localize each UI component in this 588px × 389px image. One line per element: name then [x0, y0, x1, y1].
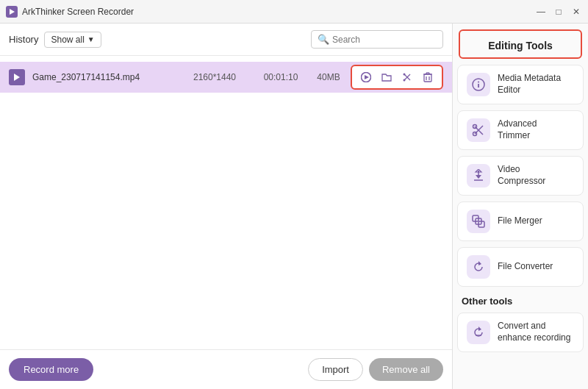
- search-box: 🔍: [311, 30, 443, 49]
- other-tools-header: Other tools: [453, 290, 588, 310]
- table-row[interactable]: Game_230717141154.mp4 2160*1440 00:01:10…: [0, 62, 452, 93]
- app-title: ArkThinker Screen Recorder: [22, 7, 134, 17]
- file-converter-label: File Converter: [498, 261, 553, 273]
- search-input[interactable]: [332, 35, 435, 45]
- trim-button[interactable]: [399, 69, 415, 85]
- tool-advanced-trimmer[interactable]: AdvancedTrimmer: [457, 110, 584, 150]
- tool-video-compressor[interactable]: VideoCompressor: [457, 156, 584, 196]
- svg-marker-1: [14, 74, 20, 81]
- history-label: History: [9, 34, 38, 45]
- video-compressor-icon: [467, 164, 490, 188]
- svg-rect-8: [424, 74, 431, 82]
- tool-file-converter[interactable]: File Converter: [457, 247, 584, 287]
- advanced-trimmer-label: AdvancedTrimmer: [498, 118, 537, 141]
- advanced-trimmer-icon: [467, 118, 490, 142]
- close-button[interactable]: ✕: [570, 6, 582, 18]
- show-all-dropdown[interactable]: Show all ▼: [44, 32, 101, 48]
- file-action-buttons: [351, 65, 443, 90]
- media-metadata-label: Media MetadataEditor: [498, 73, 561, 96]
- play-button[interactable]: [358, 69, 374, 85]
- sidebar: Editing Tools Media MetadataEditor Advan…: [452, 24, 588, 389]
- media-metadata-icon: [467, 73, 490, 96]
- convert-enhance-label: Convert andenhance recording: [498, 321, 570, 343]
- svg-marker-23: [476, 175, 481, 179]
- record-more-button[interactable]: Record more: [9, 358, 93, 381]
- svg-point-17: [478, 82, 479, 83]
- app-icon: [6, 6, 18, 18]
- delete-button[interactable]: [420, 69, 436, 85]
- tool-convert-enhance[interactable]: Convert andenhance recording: [457, 313, 584, 352]
- svg-marker-30: [478, 261, 481, 265]
- svg-marker-0: [10, 9, 15, 15]
- file-merger-icon: [467, 210, 490, 233]
- tool-media-metadata[interactable]: Media MetadataEditor: [457, 65, 584, 104]
- maximize-button[interactable]: □: [553, 6, 564, 18]
- import-button[interactable]: Import: [308, 358, 363, 381]
- file-name: Game_230717141154.mp4: [32, 72, 174, 82]
- file-type-icon: [9, 69, 25, 85]
- title-bar: ArkThinker Screen Recorder — □ ✕: [0, 0, 588, 24]
- toolbar: History Show all ▼ 🔍: [0, 24, 452, 56]
- bottom-bar: Record more Import Remove all: [0, 349, 452, 389]
- remove-all-button[interactable]: Remove all: [369, 358, 443, 381]
- show-all-label: Show all: [51, 35, 84, 45]
- tool-file-merger[interactable]: File Merger: [457, 201, 584, 241]
- video-compressor-label: VideoCompressor: [498, 164, 545, 187]
- search-icon: 🔍: [318, 34, 329, 45]
- convert-enhance-icon: [467, 321, 490, 344]
- file-duration: 00:01:10: [255, 72, 306, 82]
- folder-button[interactable]: [379, 69, 395, 85]
- file-resolution: 2160*1440: [182, 72, 248, 82]
- content-area: History Show all ▼ 🔍 Game_230717141154.m…: [0, 24, 452, 389]
- svg-marker-3: [365, 75, 369, 79]
- editing-tools-header: Editing Tools: [459, 29, 582, 59]
- file-size: 40MB: [314, 72, 343, 82]
- file-list: Game_230717141154.mp4 2160*1440 00:01:10…: [0, 56, 452, 349]
- chevron-down-icon: ▼: [87, 35, 95, 43]
- svg-marker-31: [478, 326, 481, 331]
- main-container: History Show all ▼ 🔍 Game_230717141154.m…: [0, 24, 588, 389]
- minimize-button[interactable]: —: [535, 6, 547, 18]
- file-converter-icon: [467, 255, 490, 279]
- file-merger-label: File Merger: [498, 215, 542, 227]
